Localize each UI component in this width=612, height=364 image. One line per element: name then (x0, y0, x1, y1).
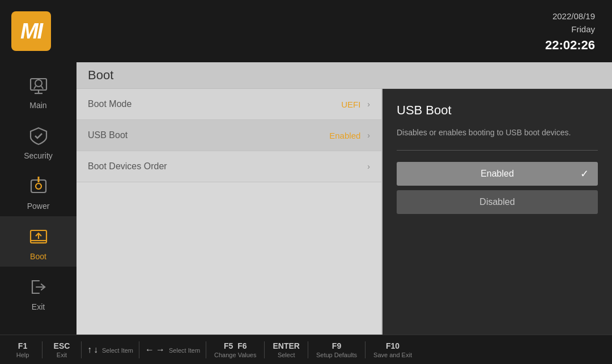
sidebar-label-power: Power (27, 202, 50, 211)
info-title: USB Boot (397, 103, 598, 118)
sidebar-label-exit: Exit (32, 302, 45, 311)
divider-4 (206, 341, 206, 358)
panel-divider (397, 150, 598, 151)
day-text: Friday (571, 24, 595, 34)
sidebar-item-boot[interactable]: Boot (0, 216, 76, 267)
datetime: 2022/08/19 Friday 22:02:26 (545, 10, 595, 54)
hotkey-esc[interactable]: ESC Exit (45, 341, 79, 358)
sidebar-item-security[interactable]: Security (0, 115, 76, 166)
arrow-right: → (156, 345, 165, 355)
boot-mode-value: UEFI (341, 100, 360, 109)
exit-icon (26, 275, 51, 299)
svg-line-4 (34, 86, 36, 89)
arrow-left: ← (145, 345, 154, 355)
options-list: Enabled ✓ Disabled (397, 162, 598, 214)
hotkey-arrows-ud: ↑ ↓ Select Item (84, 345, 137, 355)
disabled-label: Disabled (479, 197, 515, 207)
divider-5 (264, 341, 265, 358)
hotkey-f10-key: F10 (386, 341, 400, 350)
date-text: 2022/08/19 (552, 11, 595, 21)
mi-logo: MI (11, 11, 51, 51)
hotkey-arrows-lr: ← → Select Item (142, 345, 203, 355)
main-content: Boot Boot Mode UEFI › USB Boot Enabled ›… (76, 62, 612, 335)
arrow-down: ↓ (94, 345, 98, 355)
hotkey-esc-label: Exit (57, 352, 67, 358)
hotkey-f1: F1 Help (6, 341, 40, 358)
hotkey-f5f6: F5 F6 Change Values (209, 341, 262, 358)
left-panel: Boot Mode UEFI › USB Boot Enabled › Boot… (76, 89, 612, 335)
boot-mode-row[interactable]: Boot Mode UEFI › (76, 89, 381, 120)
arrows-ud-label: Select Item (102, 347, 133, 354)
sidebar-label-security: Security (24, 151, 53, 160)
hotkey-f9-key: F9 (332, 341, 341, 350)
enabled-label: Enabled (481, 169, 514, 179)
boot-devices-order-row[interactable]: Boot Devices Order › (76, 151, 381, 182)
boot-mode-label: Boot Mode (88, 99, 341, 109)
boot-icon (26, 224, 51, 249)
info-description: Disables or enables booting to USB boot … (397, 127, 598, 139)
hotkey-enter[interactable]: ENTER Select (267, 341, 305, 358)
checkmark-icon: ✓ (580, 168, 589, 180)
time-text: 22:02:26 (545, 36, 595, 54)
monitor-icon (26, 73, 51, 98)
svg-point-8 (36, 183, 41, 189)
hotkey-f5f6-label: Change Values (214, 352, 256, 358)
sidebar: Main Security Power (0, 62, 76, 335)
hotkey-f10[interactable]: F10 Save and Exit (368, 341, 418, 358)
arrows-lr-label: Select Item (169, 347, 200, 354)
boot-devices-order-arrow: › (367, 162, 370, 171)
divider-1 (42, 341, 42, 358)
divider-2 (81, 341, 82, 358)
sidebar-item-exit[interactable]: Exit (0, 267, 76, 317)
disabled-option[interactable]: Disabled (397, 190, 598, 214)
right-info-panel: USB Boot Disables or enables booting to … (382, 89, 612, 335)
shield-icon (26, 123, 51, 148)
hotkey-f9[interactable]: F9 Setup Defaults (311, 341, 363, 358)
boot-devices-order-label: Boot Devices Order (88, 161, 360, 172)
hotkey-enter-label: Select (278, 352, 295, 358)
divider-7 (365, 341, 366, 358)
svg-line-5 (41, 86, 43, 89)
usb-boot-value: Enabled (329, 131, 360, 140)
bottom-bar: F1 Help ESC Exit ↑ ↓ Select Item ← → Sel… (0, 335, 612, 364)
hotkey-esc-key: ESC (54, 341, 70, 350)
sidebar-label-main: Main (29, 101, 46, 110)
arrow-up: ↑ (87, 345, 92, 355)
hotkey-f1-key: F1 (18, 341, 27, 350)
usb-boot-row[interactable]: USB Boot Enabled › (76, 120, 381, 151)
hotkey-f5f6-key: F5 F6 (224, 341, 246, 350)
divider-3 (139, 341, 139, 358)
sidebar-item-power[interactable]: Power (0, 166, 76, 216)
hotkey-f1-label: Help (16, 352, 29, 358)
power-icon (26, 174, 51, 199)
boot-mode-arrow: › (367, 100, 370, 109)
sidebar-item-main[interactable]: Main (0, 65, 76, 115)
sidebar-label-boot: Boot (30, 252, 46, 261)
hotkey-enter-key: ENTER (273, 341, 299, 350)
enabled-option[interactable]: Enabled ✓ (397, 162, 598, 186)
svg-point-3 (35, 80, 42, 87)
page-title-bar: Boot (76, 62, 612, 89)
usb-boot-label: USB Boot (88, 130, 329, 140)
hotkey-f10-label: Save and Exit (373, 352, 412, 358)
hotkey-f9-label: Setup Defaults (316, 352, 357, 358)
divider-6 (308, 341, 308, 358)
date-line: 2022/08/19 Friday (545, 10, 595, 36)
topbar: MI 2022/08/19 Friday 22:02:26 (0, 0, 612, 62)
boot-options-list: Boot Mode UEFI › USB Boot Enabled › Boot… (76, 89, 382, 335)
usb-boot-arrow: › (367, 131, 370, 140)
page-title: Boot (88, 68, 113, 82)
